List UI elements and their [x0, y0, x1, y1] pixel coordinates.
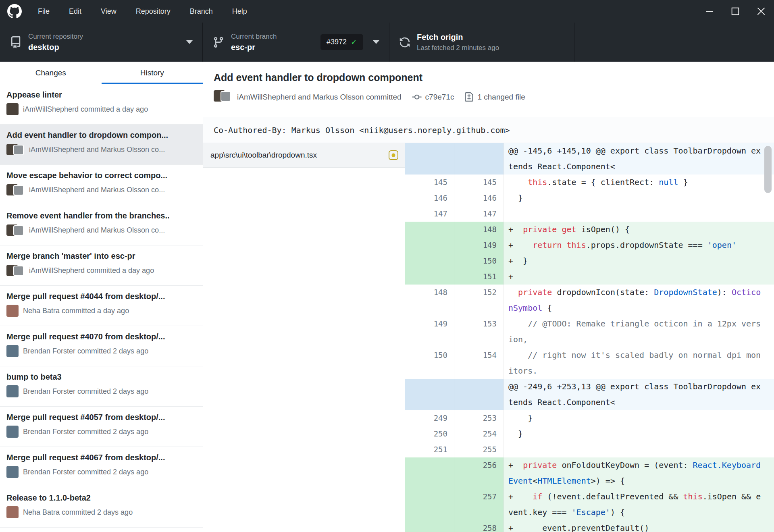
code-line: + private onFoldoutKeyDown = (event: Rea… — [504, 457, 774, 489]
file-path: app\src\ui\toolbar\dropdown.tsx — [210, 151, 389, 160]
commit-message: bump to beta3 — [6, 372, 197, 382]
commit-list-item[interactable]: Merge pull request #4044 from desktop/..… — [0, 286, 203, 326]
commit-message: Merge pull request #4070 from desktop/..… — [6, 332, 197, 341]
old-line-number: 251 — [405, 442, 454, 457]
git-branch-icon — [212, 36, 225, 48]
code-line: + event.preventDefault() — [504, 520, 774, 532]
new-line-number — [454, 379, 504, 410]
fetch-sublabel: Last fetched 2 minutes ago — [417, 44, 499, 52]
code-line: + } — [504, 253, 774, 269]
avatar — [6, 466, 19, 478]
git-commit-icon — [412, 92, 422, 102]
old-line-number — [405, 379, 454, 410]
old-line-number: 249 — [405, 410, 454, 426]
branch-name: esc-pr — [231, 43, 277, 52]
commit-author-line: Brendan Forster committed 2 days ago — [23, 387, 148, 396]
diff-line-row: 147147 — [405, 206, 774, 222]
old-line-number — [405, 520, 454, 532]
new-line-number: 253 — [454, 410, 504, 426]
old-line-number: 150 — [405, 347, 454, 379]
avatar — [6, 385, 19, 397]
avatar-image — [6, 385, 19, 397]
commit-meta: Brendan Forster committed 2 days ago — [6, 345, 197, 357]
old-line-number: 148 — [405, 285, 454, 316]
new-line-number — [454, 143, 504, 175]
commit-meta: Neha Batra committed a day ago — [6, 305, 197, 317]
code-line: + private get isOpen() { — [504, 222, 774, 237]
new-line-number: 149 — [454, 237, 504, 253]
commit-message: Merge pull request #4057 from desktop/..… — [6, 413, 197, 422]
file-list: app\src\ui\toolbar\dropdown.tsx — [203, 143, 405, 532]
new-line-number: 152 — [454, 285, 504, 316]
minimize-button[interactable] — [697, 0, 722, 23]
avatar-image — [6, 345, 19, 357]
old-line-number: 146 — [405, 190, 454, 206]
diff-line-row: 149153 // @TODO: Remake triangle octicon… — [405, 316, 774, 347]
commit-meta: iAmWillShepherd and Markus Olsson co... — [6, 184, 197, 196]
menu-item-file[interactable]: File — [28, 0, 59, 23]
new-line-number: 151 — [454, 269, 504, 285]
avatar-image — [13, 185, 24, 195]
commit-list-item[interactable]: bump to beta3Brendan Forster committed 2… — [0, 366, 203, 407]
tab-changes[interactable]: Changes — [0, 62, 102, 84]
code-line: // @TODO: Remake triangle octicon in a 1… — [504, 316, 774, 347]
file-row[interactable]: app\src\ui\toolbar\dropdown.tsx — [203, 143, 405, 168]
current-repository-button[interactable]: Current repository desktop — [0, 23, 203, 62]
tab-history[interactable]: History — [102, 62, 203, 84]
commit-author-line: Neha Batra committed a day ago — [23, 307, 129, 315]
commit-author-line: iAmWillShepherd and Markus Olsson co... — [29, 145, 165, 154]
old-line-number — [405, 457, 454, 489]
menu-item-branch[interactable]: Branch — [180, 0, 223, 23]
old-line-number: 145 — [405, 175, 454, 190]
commit-list-item[interactable]: Merge branch 'master' into esc-priAmWill… — [0, 245, 203, 286]
current-branch-button[interactable]: Current branch esc-pr #3972 — [203, 23, 389, 62]
commit-list-item[interactable]: Appease linteriAmWillShepherd committed … — [0, 84, 203, 125]
avatar — [6, 305, 19, 317]
diff-line-row: 249253 } — [405, 410, 774, 426]
diff-line-row: 250254 } — [405, 426, 774, 442]
toolbar: Current repository desktop Current branc… — [0, 23, 774, 62]
commit-message: Add event handler to dropdown compon... — [6, 131, 197, 140]
commit-list-item[interactable]: Remove event handler from the branches..… — [0, 205, 203, 245]
old-line-number — [405, 489, 454, 520]
commit-list-item[interactable]: Move escape behavior to correct compo...… — [0, 165, 203, 205]
commit-author-line: iAmWillShepherd and Markus Olsson co... — [29, 186, 165, 194]
github-logo-icon — [7, 4, 22, 19]
toolbar-spacer — [574, 23, 774, 62]
commit-author-line: iAmWillShepherd committed a day ago — [29, 266, 154, 275]
commit-message: Release to 1.1.0-beta2 — [6, 493, 197, 503]
menu-item-view[interactable]: View — [91, 0, 126, 23]
commit-list-item[interactable]: Release to 1.1.0-beta2Neha Batra committ… — [0, 487, 203, 528]
commit-message: Appease linter — [6, 90, 197, 100]
code-line: @@ -249,6 +253,13 @@ export class Toolba… — [504, 379, 774, 410]
commit-list-item[interactable]: Merge pull request #4057 from desktop/..… — [0, 407, 203, 447]
commit-meta: iAmWillShepherd and Markus Olsson co... — [6, 224, 197, 236]
coauthor-line: Co-Authored-By: Markus Olsson <niik@user… — [214, 125, 510, 135]
old-line-number — [405, 237, 454, 253]
diff-line-row: 148+ private get isOpen() { — [405, 222, 774, 237]
menu-item-help[interactable]: Help — [223, 0, 257, 23]
new-line-number: 255 — [454, 442, 504, 457]
menu-item-edit[interactable]: Edit — [59, 0, 91, 23]
commit-list-item[interactable]: Add event handler to dropdown compon...i… — [0, 125, 203, 165]
close-button[interactable] — [748, 0, 774, 23]
chevron-down-icon — [186, 40, 193, 44]
code-line: + return this.props.dropdownState === 'o… — [504, 237, 774, 253]
old-line-number — [405, 143, 454, 175]
avatar — [6, 224, 25, 236]
commit-title: Add event handler to dropdown component — [214, 72, 774, 83]
commit-list-item[interactable]: Merge pull request #4067 from desktop/..… — [0, 447, 203, 487]
maximize-button[interactable] — [722, 0, 748, 23]
diff-line-row: 251255 — [405, 442, 774, 457]
diff-line-row: 146146 } — [405, 190, 774, 206]
commit-author-line: Brendan Forster committed 2 days ago — [23, 428, 148, 436]
diff-line-row: 148152 private dropdownIcon(state: Dropd… — [405, 285, 774, 316]
menu-item-repository[interactable]: Repository — [126, 0, 180, 23]
commit-list-item[interactable]: Merge pull request #4070 from desktop/..… — [0, 326, 203, 366]
code-line: private dropdownIcon(state: DropdownStat… — [504, 285, 774, 316]
repository-name: desktop — [28, 43, 83, 52]
commit-meta-row: iAmWillShepherd and Markus Olsson commit… — [214, 90, 774, 104]
fetch-origin-button[interactable]: Fetch origin Last fetched 2 minutes ago — [389, 23, 574, 62]
scrollbar-thumb[interactable] — [764, 146, 772, 193]
old-line-number — [405, 269, 454, 285]
